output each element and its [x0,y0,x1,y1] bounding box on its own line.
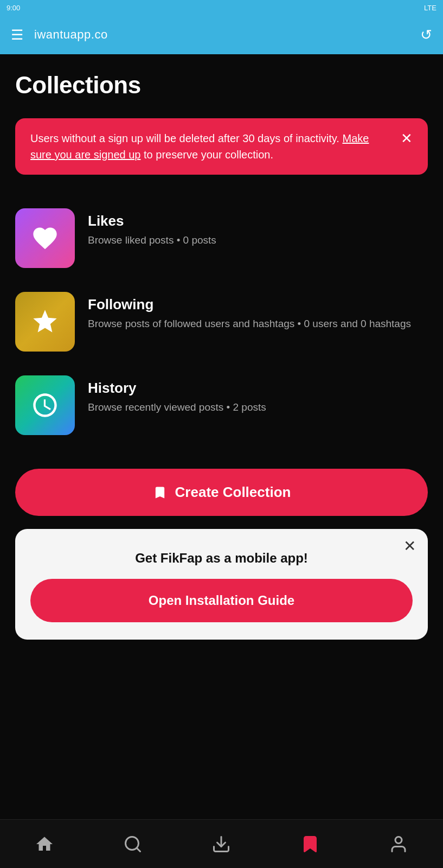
svg-line-1 [137,847,140,851]
alert-message: Users without a sign up will be deleted … [30,132,342,144]
collection-item-likes[interactable]: Likes Browse liked posts • 0 posts [15,196,428,280]
alert-text: Users without a sign up will be deleted … [30,130,392,163]
history-name: History [88,380,428,397]
open-installation-guide-button[interactable]: Open Installation Guide [30,579,413,622]
history-desc: Browse recently viewed posts • 2 posts [88,400,428,415]
status-bar: 9:00 LTE [0,0,443,15]
main-content: Collections Users without a sign up will… [0,54,443,819]
history-icon-bg [15,375,75,435]
install-prompt-close-button[interactable]: ✕ [403,539,416,554]
download-icon [211,834,231,854]
url-bar[interactable]: iwantuapp.co [34,28,409,42]
star-icon [31,308,59,336]
following-info: Following Browse posts of followed users… [88,292,428,331]
install-prompt: ✕ Get FikFap as a mobile app! Open Insta… [15,529,428,640]
home-icon [35,834,54,854]
svg-point-3 [395,837,402,843]
heart-icon [31,224,59,252]
nav-item-download[interactable] [201,830,242,858]
alert-close-button[interactable]: ✕ [401,131,413,145]
status-signal: LTE [424,4,436,12]
bottom-nav [0,819,443,868]
alert-banner: Users without a sign up will be deleted … [15,118,428,175]
following-desc: Browse posts of followed users and hasht… [88,316,428,331]
history-info: History Browse recently viewed posts • 2… [88,375,428,415]
alert-suffix: to preserve your collection. [140,149,273,161]
likes-desc: Browse liked posts • 0 posts [88,233,428,248]
search-icon [123,834,143,854]
page-title: Collections [15,72,428,99]
create-collection-label: Create Collection [175,484,291,501]
nav-item-collections[interactable] [290,830,331,858]
install-prompt-title: Get FikFap as a mobile app! [30,551,413,566]
likes-info: Likes Browse liked posts • 0 posts [88,208,428,248]
collection-item-history[interactable]: History Browse recently viewed posts • 2… [15,363,428,447]
nav-item-home[interactable] [24,830,65,858]
collection-item-following[interactable]: Following Browse posts of followed users… [15,280,428,363]
nav-item-search[interactable] [112,830,153,858]
likes-name: Likes [88,213,428,229]
hamburger-icon[interactable]: ☰ [11,27,23,43]
reload-icon[interactable]: ↻ [420,27,432,43]
create-collection-button[interactable]: Create Collection [15,469,428,516]
browser-bar: ☰ iwantuapp.co ↻ [0,15,443,54]
clock-icon [31,391,59,419]
following-icon-bg [15,292,75,352]
collection-list: Likes Browse liked posts • 0 posts Follo… [15,196,428,447]
bookmark-icon [152,485,168,500]
nav-item-profile[interactable] [378,830,419,858]
following-name: Following [88,296,428,313]
user-icon [389,834,408,854]
bookmark-nav-icon [300,834,320,854]
status-time: 9:00 [7,4,20,12]
likes-icon-bg [15,208,75,268]
